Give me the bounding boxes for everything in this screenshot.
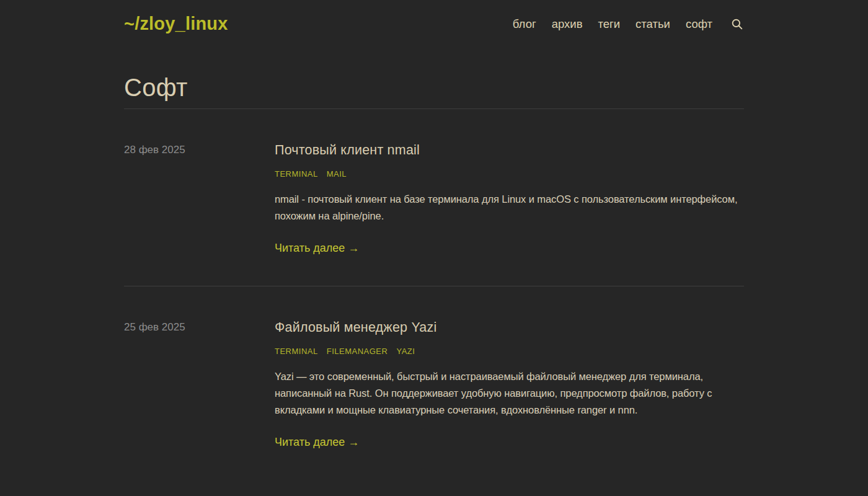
tag-terminal[interactable]: TERMINAL — [275, 169, 318, 179]
site-title-link[interactable]: ~/zloy_linux — [124, 14, 228, 34]
search-button[interactable] — [730, 17, 744, 31]
post-title-link[interactable]: Файловый менеджер Yazi — [275, 319, 744, 336]
post-date: 28 фев 2025 — [124, 142, 275, 255]
site-header: ~/zloy_linux блог архив теги статьи софт — [0, 0, 868, 34]
post-tags: TERMINAL FILEMANAGER YAZI — [275, 347, 744, 356]
post-item-nmail: 28 фев 2025 Почтовый клиент nmail TERMIN… — [124, 109, 744, 286]
post-body: Почтовый клиент nmail TERMINAL MAIL nmai… — [275, 142, 744, 255]
tag-mail[interactable]: MAIL — [327, 169, 347, 179]
post-date: 25 фев 2025 — [124, 319, 275, 449]
post-summary: nmail - почтовый клиент на базе терминал… — [275, 191, 744, 224]
main-content: Софт 28 фев 2025 Почтовый клиент nmail T… — [124, 75, 744, 480]
post-item-yazi: 25 фев 2025 Файловый менеджер Yazi TERMI… — [124, 286, 744, 480]
post-summary: Yazi — это современный, быстрый и настра… — [275, 368, 744, 418]
nav-item-archive[interactable]: архив — [552, 17, 583, 31]
nav-item-articles[interactable]: статьи — [636, 17, 670, 31]
nav-item-soft[interactable]: софт — [686, 17, 712, 31]
tag-filemanager[interactable]: FILEMANAGER — [327, 347, 388, 356]
main-nav: блог архив теги статьи софт — [513, 17, 744, 31]
nav-item-blog[interactable]: блог — [513, 17, 536, 31]
tag-terminal[interactable]: TERMINAL — [275, 347, 318, 356]
post-tags: TERMINAL MAIL — [275, 169, 744, 179]
post-title-link[interactable]: Почтовый клиент nmail — [275, 142, 744, 159]
search-icon — [730, 17, 744, 31]
read-more-link[interactable]: Читать далее → — [275, 242, 359, 255]
tag-yazi[interactable]: YAZI — [396, 347, 415, 356]
page-title: Софт — [124, 75, 744, 100]
nav-item-tags[interactable]: теги — [598, 17, 620, 31]
read-more-link[interactable]: Читать далее → — [275, 436, 359, 449]
post-body: Файловый менеджер Yazi TERMINAL FILEMANA… — [275, 319, 744, 449]
